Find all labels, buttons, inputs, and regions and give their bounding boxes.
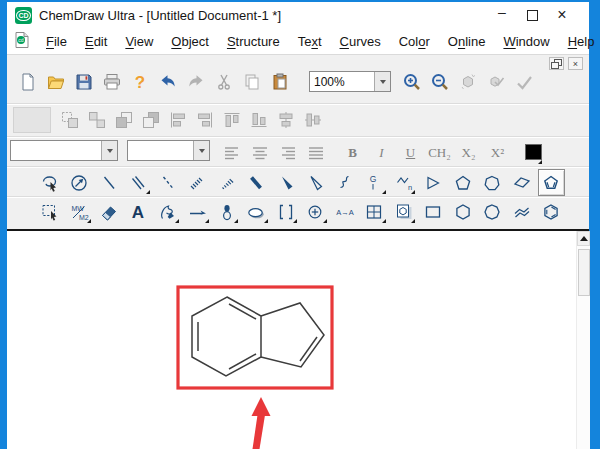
title-bar: CD ChemDraw Ultra - [Untitled Document-1… — [7, 2, 589, 28]
toolbar-separator — [7, 196, 589, 197]
subscript-button[interactable]: X₂ — [456, 141, 481, 165]
bring-to-front-button — [111, 107, 136, 133]
zoom-combobox[interactable]: 100% — [309, 71, 391, 92]
menu-edit[interactable]: Edit — [76, 32, 116, 51]
svg-text:M2: M2 — [79, 213, 89, 220]
menu-view[interactable]: View — [116, 32, 162, 51]
app-icon-text: CD — [16, 10, 30, 21]
size-combobox[interactable] — [127, 140, 210, 161]
indene-structure[interactable] — [192, 297, 324, 376]
eraser-button[interactable] — [95, 198, 122, 225]
menu-text[interactable]: Text — [289, 32, 331, 51]
atom-map-button[interactable]: A→A — [331, 198, 358, 225]
template-button[interactable] — [390, 198, 417, 225]
ring-cyclopentadiene-button[interactable] — [538, 169, 565, 196]
bond-wavy-icon — [335, 173, 355, 193]
menu-file[interactable]: File — [37, 32, 76, 51]
oval-button[interactable] — [243, 198, 270, 225]
canvas-drawing — [7, 231, 576, 449]
bond-multiple-icon — [128, 173, 148, 193]
justify-right-button — [275, 140, 300, 166]
bond-dashed-button[interactable] — [154, 169, 181, 196]
text-tool-button[interactable]: A — [125, 198, 152, 225]
ring-chair-button[interactable] — [508, 198, 535, 225]
save-button[interactable] — [71, 69, 96, 95]
new-document-button[interactable] — [15, 69, 40, 95]
menu-curves[interactable]: Curves — [331, 32, 390, 51]
chain-button[interactable] — [420, 169, 447, 196]
italic-button[interactable]: I — [369, 141, 394, 165]
menu-online[interactable]: Online — [439, 32, 495, 51]
zoom-in-icon — [402, 72, 422, 92]
ring-pentagon-button[interactable] — [449, 169, 476, 196]
open-folder-button[interactable] — [43, 69, 68, 95]
menu-structure[interactable]: Structure — [218, 32, 289, 51]
drawing-canvas[interactable] — [7, 231, 576, 449]
analysis-button[interactable]: MWM2 — [66, 198, 93, 225]
menu-object[interactable]: Object — [162, 32, 218, 51]
cut-icon — [214, 72, 234, 92]
zoom-out-button[interactable] — [427, 69, 452, 95]
rectangle-tool-button[interactable] — [420, 198, 447, 225]
color-swatch[interactable] — [525, 144, 542, 160]
superscript-button[interactable]: X² — [485, 141, 510, 165]
atom-label-button[interactable]: G — [361, 169, 388, 196]
group-icon — [60, 110, 80, 130]
align-top-icon — [222, 110, 242, 130]
formula-button[interactable]: CH₂ — [427, 141, 452, 165]
bond-multiple-button[interactable] — [125, 169, 152, 196]
orbit-select-button[interactable] — [66, 169, 93, 196]
svg-text:A→A: A→A — [336, 208, 354, 217]
variable-attach-button[interactable]: n — [390, 169, 417, 196]
size-dropdown-button[interactable] — [193, 141, 209, 160]
bond-hash-button[interactable] — [184, 169, 211, 196]
underline-button[interactable]: U — [398, 141, 423, 165]
ring-hexagon-button[interactable] — [449, 198, 476, 225]
bond-single-button[interactable] — [95, 169, 122, 196]
zoom-dropdown-button[interactable] — [374, 72, 390, 91]
menu-window[interactable]: Window — [494, 32, 558, 51]
restore-document-button[interactable] — [549, 57, 564, 70]
bond-wavy-button[interactable] — [331, 169, 358, 196]
table-button[interactable] — [361, 198, 388, 225]
bond-wedge-button[interactable] — [272, 169, 299, 196]
paste-button[interactable] — [267, 69, 292, 95]
close-document-button[interactable]: × — [568, 57, 583, 70]
maximize-button[interactable] — [517, 5, 547, 25]
pen-button[interactable] — [154, 198, 181, 225]
menu-help[interactable]: Help — [559, 32, 600, 51]
justify-full-button — [303, 140, 328, 166]
bring-to-front-icon — [114, 110, 134, 130]
center-horizontal-icon — [303, 110, 323, 130]
bold-button[interactable]: B — [340, 141, 365, 165]
zoom-toolbar — [399, 69, 536, 95]
bond-bold-button[interactable] — [243, 169, 270, 196]
scrollbar-thumb[interactable] — [578, 249, 590, 296]
ring-benzene-button[interactable] — [538, 198, 565, 225]
print-button[interactable] — [99, 69, 124, 95]
orbital-button[interactable] — [213, 198, 240, 225]
scroll-up-button[interactable] — [577, 231, 590, 246]
ring-octagon-button[interactable] — [479, 198, 506, 225]
marquee-button[interactable] — [36, 198, 63, 225]
help-button[interactable]: ? — [127, 69, 152, 95]
close-button[interactable]: × — [547, 5, 577, 25]
align-right-icon — [195, 110, 215, 130]
bracket-button[interactable] — [272, 198, 299, 225]
arrow-tool-button[interactable] — [184, 198, 211, 225]
undo-button[interactable] — [155, 69, 180, 95]
ring-heptagon-button[interactable] — [479, 169, 506, 196]
lasso-button[interactable] — [36, 169, 63, 196]
vertical-scrollbar[interactable] — [576, 231, 590, 449]
shape-quad-button[interactable] — [508, 169, 535, 196]
bond-hollow-wedge-button[interactable] — [302, 169, 329, 196]
charge-button[interactable] — [302, 198, 329, 225]
zoom-out-icon — [430, 72, 450, 92]
zoom-in-button[interactable] — [399, 69, 424, 95]
bond-hash-wedge-button[interactable] — [213, 169, 240, 196]
minimize-button[interactable]: – — [487, 5, 517, 25]
menu-color[interactable]: Color — [390, 32, 439, 51]
font-combobox[interactable] — [10, 140, 118, 161]
font-dropdown-button[interactable] — [101, 141, 117, 160]
template-icon — [394, 202, 414, 222]
